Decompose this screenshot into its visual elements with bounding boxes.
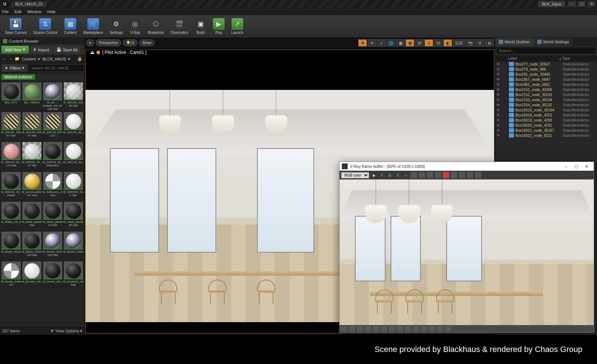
vfb-status-icon[interactable] [397, 326, 403, 331]
search-input[interactable] [29, 64, 84, 72]
vfb-status-icon[interactable] [421, 326, 427, 331]
angle-snap-icon[interactable]: ∠ [424, 39, 433, 47]
filter-pill[interactable]: Material Instance [1, 74, 35, 80]
asset-item[interactable]: M_black_plastic_mtl_brdf 90 Mat [63, 201, 83, 230]
vfb-save-icon[interactable] [411, 172, 417, 178]
grid-snap-value[interactable]: 10 [415, 39, 424, 47]
profile-button[interactable]: BLK_Haus [538, 1, 565, 7]
asset-item[interactable]: M_black_plastic_mtl_brdf_113 Mat [22, 201, 42, 230]
asset-item[interactable]: M_Books_Main_Shelf_Test_mtl_brdf [63, 231, 83, 260]
asset-item[interactable]: M_Black_mtl_brdf_45_Mat [1, 201, 21, 230]
breadcrumb-content[interactable]: Content [22, 57, 36, 61]
vfb-render-view[interactable] [340, 179, 594, 325]
visibility-icon[interactable]: 👁 [497, 83, 502, 87]
visibility-icon[interactable]: 👁 [497, 62, 502, 66]
vfb-status-icon[interactable] [373, 326, 379, 331]
show-button[interactable]: Show [139, 39, 155, 46]
vfb-link-icon[interactable] [451, 172, 457, 178]
filters-button[interactable]: ▼ Filters▾ [1, 64, 27, 72]
surface-snap-icon[interactable]: ▦ [396, 39, 405, 47]
viewport-menu-button[interactable]: ▾ [86, 39, 94, 46]
outliner-row[interactable]: 👁Box18318_node_4252StaticMeshActor [495, 112, 597, 118]
vfb-status-icon[interactable] [357, 326, 363, 331]
outliner-row[interactable]: 👁Box18320_node_4251StaticMeshActor [495, 123, 597, 128]
visibility-icon[interactable]: 👁 [497, 118, 502, 122]
vfb-copy-icon[interactable] [435, 172, 441, 178]
scale-snap-value[interactable]: 0,25 [453, 39, 465, 47]
vfb-clear-icon[interactable] [427, 172, 433, 178]
asset-item[interactable]: M_Black_Kitchen_mtl_brdf 129 Mat [22, 231, 42, 260]
visibility-icon[interactable]: 👁 [497, 103, 502, 107]
menu-help[interactable]: Help [47, 9, 56, 14]
vfb-channel-r[interactable]: R [379, 172, 385, 178]
visibility-icon[interactable]: 👁 [497, 88, 502, 92]
asset-item[interactable]: M_brushed_metal_mtl_brdf_89 Mat [63, 261, 83, 290]
vray-frame-buffer-window[interactable]: V-Ray frame buffer - [50% of 1920 x 1080… [339, 162, 594, 333]
back-icon[interactable]: ← [2, 57, 6, 61]
vfb-status-icon[interactable] [381, 326, 387, 331]
lock-icon[interactable]: 🔒 [77, 56, 82, 61]
viewport[interactable]: ▾ Perspective 💡Lit Show ✥ ⟳ ⤢ 🌐 ▦ ▦ 10 ∠… [84, 38, 495, 335]
toolbar-build-button[interactable]: ▣Build [192, 17, 209, 36]
camera-speed-icon[interactable]: 📷 [466, 39, 475, 47]
vfb-load-icon[interactable] [419, 172, 425, 178]
asset-item[interactable]: M_a3_... Default_mtl_brdf 136 Mat [43, 82, 63, 111]
outliner-row[interactable]: 👁Box279_node_996StaticMeshActor [495, 67, 597, 72]
visibility-icon[interactable]: 👁 [497, 134, 502, 138]
save-all-button[interactable]: 💾Save All [54, 46, 80, 54]
transform-rotate-icon[interactable]: ⟳ [368, 39, 376, 47]
visibility-icon[interactable]: 👁 [497, 108, 502, 112]
asset-item[interactable]: M_brown_mtl_brdf [43, 261, 63, 290]
vfb-channel-g[interactable]: G [387, 172, 393, 178]
vfb-rgb-icon[interactable]: ◆ [371, 172, 377, 178]
outliner-row[interactable]: 👁Box1957_node_5647StaticMeshActor [495, 77, 597, 82]
asset-item[interactable]: M_Bronze_mtl_brdf_40_Mat [22, 261, 42, 290]
vfb-titlebar[interactable]: V-Ray frame buffer - [50% of 1920 x 1080… [340, 162, 594, 171]
outliner-header[interactable]: Label ▲ Type [495, 55, 597, 62]
vfb-region-icon[interactable] [459, 172, 465, 178]
minimize-icon[interactable]: – [568, 1, 576, 7]
vfb-close-icon[interactable]: ✕ [581, 164, 592, 169]
visibility-icon[interactable]: 👁 [497, 78, 502, 82]
close-icon[interactable]: ✕ [588, 1, 596, 7]
asset-grid[interactable]: BG_CITYBG_TREESM_a3_... Default_mtl_brdf… [0, 81, 84, 327]
breadcrumb-folder[interactable]: BLCK_HAUS [43, 57, 66, 61]
asset-item[interactable]: M_AM134_38_20_... Defaultfos [43, 142, 63, 171]
vfb-mono-icon[interactable]: ○ [403, 172, 409, 178]
asset-item[interactable]: M_AM130_035_005_mtl_brdf 67 Mat [22, 112, 42, 141]
toolbar-cine-button[interactable]: 🎬Cinematics [167, 17, 191, 36]
grid-snap-icon[interactable]: ▦ [406, 39, 414, 47]
lit-button[interactable]: 💡Lit [123, 39, 138, 46]
visibility-icon[interactable]: 👁 [497, 128, 502, 132]
asset-item[interactable]: BG_CITY [1, 82, 21, 111]
viewport-maximize-icon[interactable]: ⊞ [485, 39, 494, 47]
toolbar-save-button[interactable]: 💾Save Current [2, 17, 29, 36]
outliner-row[interactable]: 👁Box2151_node_33358StaticMeshActor [495, 87, 597, 92]
asset-item[interactable]: M_Books_Small_Shelf_mtl_brdf 63 [1, 261, 21, 290]
transform-move-icon[interactable]: ✥ [358, 39, 367, 47]
vfb-status-icon[interactable] [437, 326, 443, 331]
add-new-button[interactable]: Add New▾ [1, 46, 29, 54]
vfb-channel-b[interactable]: B [395, 172, 401, 178]
asset-item[interactable]: M_black_plastic_mtl_brdf 14 Mat [43, 201, 63, 230]
perspective-button[interactable]: Perspective [96, 39, 121, 46]
outliner-row[interactable]: 👁Box277_node_32627StaticMeshActor [495, 62, 597, 67]
vfb-track-icon[interactable] [467, 172, 473, 178]
eject-icon[interactable]: ⏏ [90, 50, 94, 55]
vfb-maximize-icon[interactable]: ▢ [571, 164, 581, 169]
toolbar-play-button[interactable]: ▶Play [210, 17, 228, 36]
outliner-row[interactable]: 👁Box2152_node_35133StaticMeshActor [495, 92, 597, 97]
toolbar-market-button[interactable]: 🛒Marketplace [80, 17, 106, 36]
maximize-icon[interactable]: ▢ [578, 1, 586, 7]
outliner-row[interactable]: 👁Box1961_node_5651StaticMeshActor [495, 82, 597, 87]
vfb-compare-icon[interactable] [475, 172, 481, 178]
outliner-search-input[interactable] [496, 47, 596, 54]
angle-snap-value[interactable]: 10 [434, 39, 443, 47]
vfb-status-icon[interactable] [349, 326, 355, 331]
scale-snap-icon[interactable]: ◧ [443, 39, 452, 47]
asset-item[interactable]: M_Black_Wood_mtl_brdf_14_Mat [1, 231, 21, 260]
asset-item[interactable]: M_archmodels52_mtl_brdf 147 Mat [22, 171, 42, 201]
outliner-row[interactable]: 👁Box18319_node_4250StaticMeshActor [495, 118, 597, 123]
menu-window[interactable]: Window [27, 9, 41, 14]
vfb-status-icon[interactable] [445, 326, 451, 331]
